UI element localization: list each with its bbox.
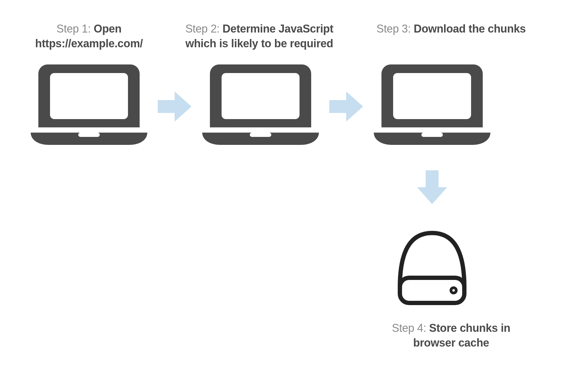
step-4-label: Step 4: Store chunks in browser cache (374, 321, 528, 350)
svg-rect-4 (393, 73, 471, 119)
laptop-icon-step-1 (31, 64, 147, 145)
step-3-prefix: Step 3: (377, 22, 414, 35)
svg-point-7 (452, 289, 455, 292)
arrow-down-icon (415, 170, 449, 204)
svg-rect-5 (421, 133, 443, 137)
step-3-label: Step 3: Download the chunks (374, 21, 528, 36)
diagram-canvas: Step 1: Open https://example.com/ Step 2… (0, 0, 588, 380)
step-3-bold: Download the chunks (414, 22, 526, 35)
svg-rect-1 (78, 133, 100, 137)
laptop-icon-step-2 (202, 64, 319, 145)
step-4-prefix: Step 4: (392, 322, 429, 334)
arrow-right-icon-2 (329, 90, 363, 123)
step-1-label: Step 1: Open https://example.com/ (18, 21, 160, 51)
laptop-icon-step-3 (374, 64, 490, 145)
step-2-label: Step 2: Determine JavaScript which is li… (169, 21, 350, 51)
hard-drive-icon (394, 229, 470, 305)
step-2-prefix: Step 2: (185, 22, 222, 35)
step-1-prefix: Step 1: (56, 22, 94, 35)
arrow-right-icon-1 (158, 90, 191, 123)
svg-rect-0 (50, 73, 128, 119)
svg-rect-2 (222, 73, 300, 119)
svg-rect-3 (250, 133, 271, 137)
